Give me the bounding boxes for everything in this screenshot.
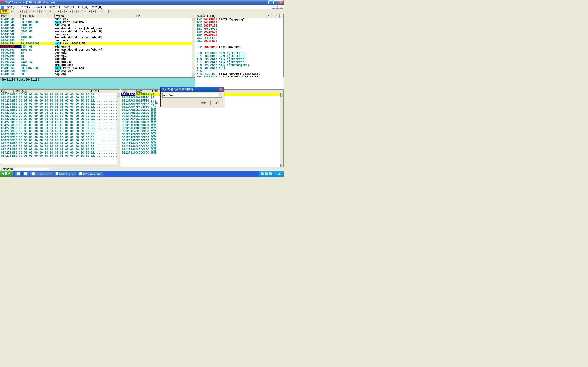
quicklaunch[interactable] (15, 171, 22, 176)
hex-row[interactable]: 004270F000 00 00 00 00 00 00 00 00 00 00… (0, 139, 120, 142)
tool-C[interactable]: C (76, 10, 80, 13)
register-line[interactable]: S 0 FS 003B 32位 7FFDF000(FFF) (197, 64, 283, 67)
tool-close[interactable]: ✕ (14, 10, 18, 13)
tool-pause[interactable]: ‖ (23, 10, 26, 13)
expression-input[interactable] (162, 93, 218, 98)
tool-H[interactable]: H (72, 10, 76, 13)
stack-row[interactable]: 0012FAD8CCCCCCCC烫烫 (121, 108, 283, 111)
disasm-row[interactable]: 004010605Epop esi (0, 54, 195, 58)
stack-row[interactable]: 0012FAE8CCCCCCCC烫烫 (121, 121, 283, 124)
tool-trace-over[interactable]: ⇉ (39, 10, 43, 13)
tray-icon[interactable] (265, 173, 268, 175)
taskbar-item[interactable]: OllyICE - test.e... (54, 171, 77, 176)
register-line[interactable]: EBX 7FFD4000 (197, 27, 283, 30)
disasm-row[interactable]: 0040104C8B4D 08mov ecx,dword ptr ss:[ebp… (0, 30, 195, 33)
register-line[interactable]: EDX 00717171 (197, 24, 283, 27)
hex-row[interactable]: 0042711000 00 00 00 00 00 00 00 00 00 00… (0, 145, 120, 148)
registers-pane[interactable]: 寄存器 (FPU) <<<< EAX 0012FB18 ASCII "qqqqq… (196, 14, 284, 77)
disasm-row[interactable]: 004010498945 FCmov dword ptr ss:[ebp-4],… (0, 27, 195, 30)
tool-R[interactable]: R (92, 10, 95, 13)
stack-row[interactable]: 0012FB08CCCCCCCC烫烫 (121, 145, 283, 148)
tool-B[interactable]: B (88, 10, 92, 13)
disasm-row[interactable]: 0040104683C4 08add esp,8 (0, 24, 195, 27)
menu-item[interactable]: 窗口(W) (76, 5, 90, 9)
stack-row[interactable]: 0012FAECCCCCCCCC烫烫 (121, 124, 283, 127)
menu-item[interactable]: 文件(F) (5, 5, 19, 9)
register-line[interactable]: P 1 CS 001B 32位 0(FFFFFFFF) (197, 55, 283, 58)
disasm-row[interactable]: 0040105F5Fpop edi (0, 51, 195, 54)
register-line[interactable]: EAX 0012FB18 ASCII "qqqqqqq" (197, 18, 283, 21)
hex-row[interactable]: 0042714000 00 00 00 00 00 00 00 00 00 00… (0, 154, 120, 157)
col-address[interactable]: 地址 (0, 14, 21, 17)
disasm-row[interactable]: 0040106E5Dpop ebp (0, 73, 195, 76)
stack-row[interactable]: 0012FB00CCCCCCCC烫烫 (121, 139, 283, 142)
command-input[interactable] (14, 167, 51, 171)
stack-col-value[interactable]: 数值 (135, 90, 151, 93)
register-line[interactable]: Z 1 DS 0023 32位 0(FFFFFFFF) (197, 61, 283, 64)
tool-S[interactable]: S (100, 10, 103, 13)
disasm-row[interactable]: 004010508D55 F4lea edx,dword ptr ss:[ebp… (0, 36, 195, 39)
hex-row[interactable]: 0042708000 00 00 00 00 00 00 00 00 00 00… (0, 118, 120, 121)
hex-row[interactable]: 0042710000 00 00 00 00 00 00 00 00 00 00… (0, 142, 120, 145)
register-line[interactable]: EDI 0012FB24 (197, 40, 283, 43)
col-hex[interactable]: HEX 数据 (21, 14, 54, 17)
cancel-button[interactable]: 取消 (210, 100, 222, 105)
hex-row[interactable]: 0042700000 00 00 00 00 00 00 00 00 00 00… (0, 93, 120, 96)
menu-item[interactable]: 帮助(H) (90, 5, 104, 9)
hex-col-addr[interactable]: 地址 (0, 90, 14, 93)
hex-row[interactable]: 0042706000 00 00 00 00 00 00 00 00 00 00… (0, 111, 120, 115)
disasm-row[interactable]: 004010653BECcmp ebp,esp (0, 64, 195, 67)
tool-goto[interactable]: → (48, 10, 52, 13)
tool-...[interactable]: ... (96, 10, 99, 13)
tool-W[interactable]: W (69, 10, 72, 13)
mdi-restore[interactable]: □ (276, 6, 279, 8)
regs-nav-btn[interactable]: < (271, 14, 275, 17)
stack-row[interactable]: 0012FAE0CCCCCCCC烫烫 (121, 115, 283, 118)
register-line[interactable]: D 0 (197, 70, 283, 73)
disasm-row[interactable]: 00401054E8 F7000000call test.00401150 (0, 42, 195, 45)
tool-step-into[interactable]: ↓ (28, 10, 31, 13)
register-line[interactable]: A 0 SS 0023 32位 0(FFFFFFFF) (197, 58, 283, 61)
hex-row[interactable]: 0042705000 00 00 00 00 00 00 00 00 00 00… (0, 108, 120, 111)
tool-exec-ret[interactable]: ↵ (43, 10, 47, 13)
hex-row[interactable]: 0042712000 00 00 00 00 00 00 00 00 00 00… (0, 148, 120, 151)
tool-open[interactable]: ⟲ (10, 10, 14, 13)
menu-item[interactable]: 查看(V) (19, 5, 34, 9)
tool-T[interactable]: T (65, 10, 68, 13)
stack-row[interactable]: 0012FAFCCCCCCCCC烫烫 (121, 136, 283, 139)
hex-row[interactable]: 0042704000 00 00 00 00 00 00 00 00 00 00… (0, 105, 120, 108)
stack-col-addr[interactable]: 地址 (121, 90, 135, 93)
hex-row[interactable]: 004270A000 00 00 00 00 00 00 00 00 00 00… (0, 124, 120, 127)
maximize-button[interactable]: □ (273, 0, 278, 4)
disasm-row[interactable]: 0040105983C4 08add esp,8 (0, 45, 195, 48)
tray-icon[interactable] (269, 173, 272, 175)
hex-col-ascii[interactable]: ASCII (90, 90, 120, 93)
stack-row[interactable]: 0012FB0CCCCCCCCC烫烫 (121, 148, 283, 151)
hex-col-data[interactable]: HEX 数据 (14, 90, 90, 93)
tool-/[interactable]: / (80, 10, 84, 13)
hex-row[interactable]: 004270C000 00 00 00 00 00 00 00 00 00 00… (0, 130, 120, 133)
register-line[interactable] (197, 49, 283, 52)
taskbar-item[interactable]: test - Microsoft... (30, 171, 53, 176)
register-line[interactable]: EBP 0012FB24 (197, 33, 283, 36)
hex-row[interactable]: 0042713000 00 00 00 00 00 00 00 00 00 00… (0, 151, 120, 154)
expression-dropdown[interactable]: ▾ (218, 93, 222, 98)
start-button[interactable]: ⊞ 开始 (0, 171, 13, 177)
register-line[interactable]: C 0 ES 0023 32位 0(FFFFFFFF) (197, 52, 283, 55)
tool-trace-into[interactable]: ⇊ (35, 10, 39, 13)
disasm-row[interactable]: 0040104F51push ecx (0, 33, 195, 36)
stack-row[interactable]: 0012FB10CCCCCCCC烫烫 (121, 151, 283, 154)
menu-item[interactable]: 选项(T) (62, 5, 76, 9)
stack-col-ascii[interactable]: ASCI (151, 90, 159, 93)
tool-step-over[interactable]: ↷ (32, 10, 35, 13)
disasm-row[interactable]: 0040105C8B45 FCmov eax,dword ptr ss:[ebp… (0, 48, 195, 51)
dialog-close-button[interactable]: × (219, 88, 223, 91)
ok-button[interactable]: 确定 (198, 100, 209, 105)
register-line[interactable]: EIP 00401059 test.00401059 (197, 46, 283, 49)
col-disasm[interactable]: 反汇编 (54, 14, 134, 17)
stack-row[interactable]: 0012FAF4CCCCCCCC烫烫 (121, 130, 283, 133)
tool-help[interactable]: ? (108, 10, 112, 13)
mdi-close[interactable]: × (279, 6, 283, 8)
close-button[interactable]: × (278, 0, 283, 4)
mdi-minimize[interactable]: _ (272, 6, 276, 8)
